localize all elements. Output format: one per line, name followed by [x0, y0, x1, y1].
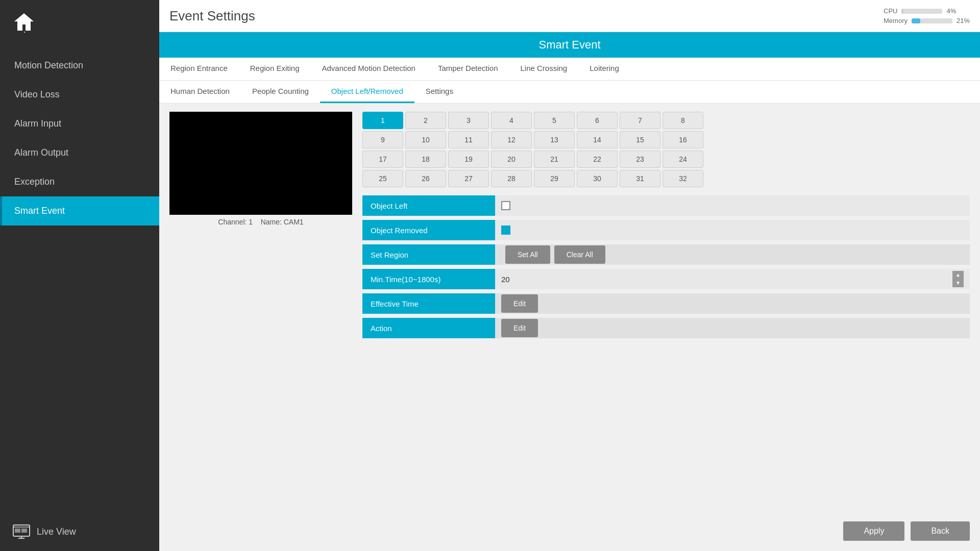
tab-loitering[interactable]: Loitering	[578, 58, 630, 80]
channel-btn-2[interactable]: 2	[405, 112, 446, 129]
channel-btn-23[interactable]: 23	[620, 151, 660, 168]
channel-grid-rows: 1234567891011121314151617181920212223242…	[362, 112, 970, 187]
sidebar-item-exception[interactable]: Exception	[0, 167, 159, 196]
sidebar-logo	[0, 0, 159, 46]
min-time-spinner: ▲ ▼	[952, 271, 964, 287]
channel-btn-22[interactable]: 22	[577, 151, 618, 168]
memory-bar-bg	[912, 18, 952, 23]
cpu-stat: CPU 4%	[884, 7, 970, 15]
live-view-icon	[12, 522, 31, 541]
sidebar-item-motion-detection[interactable]: Motion Detection	[0, 51, 159, 80]
video-channel-label: Channel: 1 Name: CAM1	[218, 218, 303, 226]
effective-time-value: Edit	[495, 293, 970, 314]
channel-btn-14[interactable]: 14	[577, 131, 618, 148]
memory-stat: Memory 21%	[884, 17, 970, 24]
set-all-button[interactable]: Set All	[505, 245, 550, 264]
spinner-down-button[interactable]: ▼	[952, 279, 964, 287]
live-view-button[interactable]: Live View	[0, 512, 159, 551]
channel-btn-12[interactable]: 12	[491, 131, 532, 148]
back-button[interactable]: Back	[911, 521, 970, 541]
right-panel: 1234567891011121314151617181920212223242…	[362, 112, 970, 342]
channel-btn-15[interactable]: 15	[620, 131, 660, 148]
channel-btn-13[interactable]: 13	[534, 131, 575, 148]
tab-line-crossing[interactable]: Line Crossing	[509, 58, 579, 80]
main-content: Event Settings CPU 4% Memory 21% Smart E…	[159, 0, 980, 551]
min-time-label: Min.Time(10~1800s)	[362, 269, 495, 289]
channel-btn-24[interactable]: 24	[663, 151, 703, 168]
channel-btn-17[interactable]: 17	[362, 151, 403, 168]
sidebar-item-alarm-input[interactable]: Alarm Input	[0, 109, 159, 138]
effective-time-row: Effective Time Edit	[362, 293, 970, 314]
clear-all-button[interactable]: Clear All	[554, 245, 605, 264]
object-left-checkbox[interactable]	[501, 201, 510, 210]
tab-object-left-removed[interactable]: Object Left/Removed	[320, 81, 414, 103]
channel-btn-31[interactable]: 31	[620, 170, 660, 187]
tab-human-detection[interactable]: Human Detection	[159, 81, 241, 103]
bottom-bar: Apply Back	[843, 521, 970, 541]
channel-btn-26[interactable]: 26	[405, 170, 446, 187]
channel-btn-32[interactable]: 32	[663, 170, 703, 187]
apply-button[interactable]: Apply	[843, 521, 904, 541]
sidebar-nav: Motion Detection Video Loss Alarm Input …	[0, 51, 159, 512]
channel-btn-30[interactable]: 30	[577, 170, 618, 187]
channel-btn-25[interactable]: 25	[362, 170, 403, 187]
spinner-up-button[interactable]: ▲	[952, 271, 964, 279]
video-preview	[169, 112, 352, 215]
channel-btn-29[interactable]: 29	[534, 170, 575, 187]
tab-people-counting[interactable]: People Counting	[241, 81, 320, 103]
channel-btn-16[interactable]: 16	[663, 131, 703, 148]
memory-value: 21%	[957, 17, 970, 24]
settings-panel: Object Left Object Removed	[362, 195, 970, 342]
channel-btn-9[interactable]: 9	[362, 131, 403, 148]
cpu-bar-bg	[901, 9, 942, 14]
min-time-value-text: 20	[501, 275, 510, 284]
tab-region-entrance[interactable]: Region Entrance	[159, 58, 239, 80]
channel-btn-28[interactable]: 28	[491, 170, 532, 187]
tabs-row-2: Human Detection People Counting Object L…	[159, 81, 980, 104]
channel-btn-20[interactable]: 20	[491, 151, 532, 168]
channel-btn-21[interactable]: 21	[534, 151, 575, 168]
channel-btn-5[interactable]: 5	[534, 112, 575, 129]
object-removed-checkbox[interactable]	[501, 226, 510, 235]
cpu-value: 4%	[946, 7, 956, 15]
home-icon[interactable]	[12, 10, 36, 36]
channel-btn-6[interactable]: 6	[577, 112, 618, 129]
sidebar-item-video-loss[interactable]: Video Loss	[0, 80, 159, 109]
tabs-row-1: Region Entrance Region Exiting Advanced …	[159, 58, 980, 81]
channel-btn-4[interactable]: 4	[491, 112, 532, 129]
channel-btn-7[interactable]: 7	[620, 112, 660, 129]
channel-btn-3[interactable]: 3	[448, 112, 489, 129]
action-row: Action Edit	[362, 318, 970, 338]
channel-btn-8[interactable]: 8	[663, 112, 703, 129]
object-removed-label: Object Removed	[362, 220, 495, 240]
svg-rect-4	[21, 529, 27, 533]
sidebar-item-smart-event[interactable]: Smart Event	[0, 196, 159, 226]
page-title: Event Settings	[169, 8, 255, 24]
svg-marker-0	[24, 32, 25, 33]
channel-btn-11[interactable]: 11	[448, 131, 489, 148]
channel-btn-27[interactable]: 27	[448, 170, 489, 187]
channel-btn-10[interactable]: 10	[405, 131, 446, 148]
object-removed-row: Object Removed	[362, 220, 970, 240]
set-region-label: Set Region	[362, 244, 495, 265]
sidebar-item-alarm-output[interactable]: Alarm Output	[0, 138, 159, 167]
object-left-label: Object Left	[362, 195, 495, 216]
channel-grid: 1234567891011121314151617181920212223242…	[362, 112, 970, 187]
set-region-row: Set Region Set All Clear All	[362, 244, 970, 265]
channel-btn-19[interactable]: 19	[448, 151, 489, 168]
tab-advanced-motion[interactable]: Advanced Motion Detection	[310, 58, 426, 80]
memory-label: Memory	[884, 17, 908, 24]
effective-time-edit-button[interactable]: Edit	[501, 294, 538, 313]
tab-tamper-detection[interactable]: Tamper Detection	[427, 58, 509, 80]
action-edit-button[interactable]: Edit	[501, 319, 538, 337]
set-region-value: Set All Clear All	[495, 244, 970, 265]
tab-settings[interactable]: Settings	[414, 81, 464, 103]
channel-btn-18[interactable]: 18	[405, 151, 446, 168]
content-area: Channel: 1 Name: CAM1 123456789101112131…	[159, 104, 980, 350]
channel-btn-1[interactable]: 1	[362, 112, 403, 129]
memory-bar-fill	[912, 18, 920, 23]
object-removed-checkbox-cell	[495, 220, 970, 240]
cpu-bar-fill	[901, 9, 903, 14]
tab-region-exiting[interactable]: Region Exiting	[239, 58, 311, 80]
set-region-buttons: Set All Clear All	[501, 245, 609, 264]
